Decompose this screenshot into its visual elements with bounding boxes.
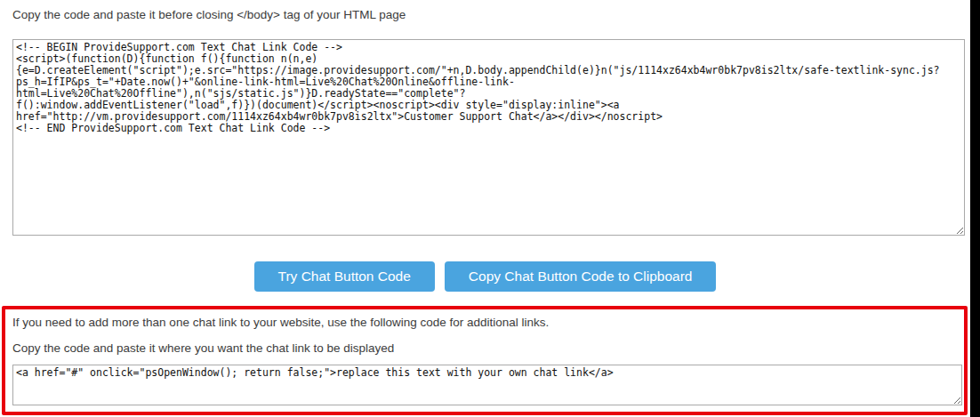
window-edge-strip	[970, 0, 980, 417]
copy-chat-button-code-to-clipboard-button[interactable]: Copy Chat Button Code to Clipboard	[445, 261, 717, 292]
try-chat-button-code-button[interactable]: Try Chat Button Code	[254, 261, 435, 292]
button-row: Try Chat Button Code Copy Chat Button Co…	[0, 261, 970, 292]
instruction-top: Copy the code and paste it before closin…	[12, 8, 406, 21]
additional-links-instruction: Copy the code and paste it where you wan…	[12, 341, 957, 355]
additional-links-section: If you need to add more than one chat li…	[2, 306, 968, 415]
chat-link-code-page: Copy the code and paste it before closin…	[0, 0, 980, 417]
chat-link-code-textarea[interactable]: <!-- BEGIN ProvideSupport.com Text Chat …	[12, 39, 965, 236]
additional-links-info: If you need to add more than one chat li…	[12, 316, 957, 329]
additional-chat-link-code-textarea[interactable]: <a href="#" onclick="psOpenWindow(); ret…	[12, 365, 962, 405]
